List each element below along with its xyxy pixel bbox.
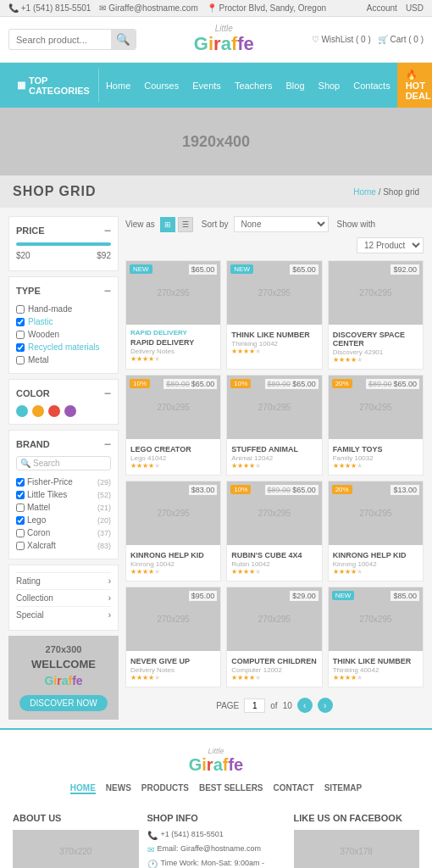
product-card: 270x295 NEW $85.00 THINK LIKE NUMBER Thi… — [328, 587, 424, 687]
product-price: $89.00$65.00 — [265, 485, 318, 495]
product-name: THINK LIKE NUMBER — [231, 331, 317, 339]
footer-nav-sitemap[interactable]: SITEMAP — [324, 783, 362, 794]
type-plastic-check[interactable] — [16, 318, 25, 326]
top-categories-button[interactable]: ▦ TOP CATEGORIES — [8, 69, 99, 103]
product-card: 270x295 NEW $65.00 RAPID DELIVERY RAPID … — [125, 260, 221, 370]
product-price: $29.00 — [290, 591, 318, 601]
brand-little-tikes-check[interactable] — [16, 491, 25, 499]
breadcrumb: Home / Shop grid — [353, 187, 419, 197]
product-price: $89.00$65.00 — [163, 379, 217, 389]
price-toggle[interactable]: − — [104, 224, 111, 237]
footer-nav-products[interactable]: PRODUCTS — [141, 783, 189, 794]
product-badge: NEW — [130, 264, 152, 274]
special-filter[interactable]: Special› — [16, 606, 111, 623]
collection-filter[interactable]: Collection› — [16, 589, 111, 606]
brand-fisher: Fisher-Price (29) — [16, 476, 111, 488]
view-label: View as — [125, 220, 155, 229]
product-info: LEGO CREATOR Lego 41042 ★★★★★ — [126, 439, 220, 475]
page-input[interactable] — [244, 698, 265, 713]
breadcrumb-home[interactable]: Home — [353, 187, 376, 197]
cart-link[interactable]: 🛒 Cart ( 0 ) — [378, 35, 424, 44]
product-image: 270x295 10% $89.00$65.00 — [227, 376, 321, 439]
product-stars: ★★★★★ — [130, 674, 216, 682]
footer-nav: HOME NEWS PRODUCTS BEST SELLERS CONTACT … — [13, 783, 419, 794]
logo-giraffe: Giraffe — [194, 33, 254, 55]
main-content: PRICE − $20 $92 TYPE − Hand-made Plastic… — [0, 208, 432, 728]
footer-nav-contact[interactable]: CONTACT — [274, 783, 314, 794]
next-page-button[interactable]: › — [318, 698, 333, 713]
brand-search[interactable]: 🔍 Search — [16, 456, 111, 470]
product-stars: ★★★★★ — [130, 568, 216, 576]
currency-select[interactable]: USD — [406, 3, 424, 13]
product-image: 270x295 10% $89.00$65.00 — [227, 481, 321, 545]
price-range: $20 $92 — [16, 251, 111, 260]
sort-select[interactable]: None Price: Low to High Price: High to L… — [234, 216, 329, 232]
color-purple[interactable] — [64, 405, 76, 417]
product-card: 270x295 10% $89.00$65.00 STUFFED ANIMAL … — [226, 375, 322, 476]
nav-shop[interactable]: Shop — [312, 74, 347, 97]
type-wooden-check[interactable] — [16, 331, 25, 339]
hot-deal-button[interactable]: 🔥 HOT DEAL — [397, 63, 432, 108]
nav-blog[interactable]: Blog — [280, 74, 312, 97]
shop-phone: 📞 +1 (541) 815-5501 — [147, 830, 285, 840]
brand-lego-check[interactable] — [16, 516, 25, 525]
product-image: 270x295 $29.00 — [227, 587, 321, 651]
type-metal-check[interactable] — [16, 356, 25, 364]
prev-page-button[interactable]: ‹ — [297, 698, 313, 713]
product-info: FAMILY TOYS Family 10032 ★★★★★ — [329, 439, 423, 475]
footer-nav-news[interactable]: NEWS — [106, 783, 131, 794]
color-toggle[interactable]: − — [104, 387, 111, 400]
footer-nav-bestsellers[interactable]: BEST SELLERS — [199, 783, 263, 794]
product-card: 270x295 $83.00 KINRONG HELP KID Kinrong … — [125, 481, 221, 581]
email-icon: ✉ — [147, 845, 154, 854]
price-slider[interactable] — [16, 242, 111, 246]
nav-contacts[interactable]: Contacts — [346, 74, 396, 97]
discover-button[interactable]: DISCOVER NOW — [19, 695, 107, 711]
show-label: Show with — [337, 220, 376, 229]
page-label: PAGE — [216, 701, 239, 710]
account-link[interactable]: Account — [367, 3, 397, 13]
type-toggle[interactable]: − — [104, 284, 111, 298]
brand-coron-check[interactable] — [16, 529, 25, 537]
product-grid: 270x295 NEW $65.00 RAPID DELIVERY RAPID … — [125, 260, 424, 687]
nav-courses[interactable]: Courses — [137, 74, 186, 97]
color-orange[interactable] — [32, 405, 44, 417]
view-icons: ⊞ ☰ — [160, 217, 193, 232]
search-button[interactable]: 🔍 — [111, 30, 136, 49]
product-image: 270x295 NEW $65.00 — [126, 261, 220, 325]
grid-icon: ▦ — [17, 80, 25, 91]
list-view-icon[interactable]: ☰ — [178, 217, 193, 232]
product-image: 270x295 20% $89.00$65.00 — [329, 376, 423, 439]
header-cart: ♡ WishList ( 0 ) 🛒 Cart ( 0 ) — [312, 35, 424, 44]
product-name: RUBIN'S CUBE 4X4 — [231, 551, 317, 559]
footer-nav-home[interactable]: HOME — [70, 783, 96, 794]
nav-home[interactable]: Home — [99, 74, 137, 97]
wishlist-link[interactable]: ♡ WishList ( 0 ) — [312, 35, 371, 44]
brand-toggle[interactable]: − — [104, 437, 111, 451]
color-red[interactable] — [48, 405, 60, 417]
breadcrumb-current: Shop grid — [383, 187, 419, 197]
product-card: 270x295 10% $89.00$65.00 LEGO CREATOR Le… — [125, 375, 221, 476]
color-dots — [16, 405, 111, 417]
brand-fisher-check[interactable] — [16, 478, 25, 487]
brand-mattel-check[interactable] — [16, 504, 25, 512]
nav-events[interactable]: Events — [186, 74, 228, 97]
color-teal[interactable] — [16, 405, 28, 417]
product-info: KINRONG HELP KID Kinrong 10042 ★★★★★ — [329, 545, 423, 581]
other-filters: Rating› Collection› Special› — [8, 565, 119, 631]
sidebar-banner-size: 270x300 — [17, 644, 110, 654]
product-name: COMPUTER CHILDREN — [231, 657, 317, 665]
type-recycled-check[interactable] — [16, 343, 25, 352]
product-name: LEGO CREATOR — [130, 445, 216, 453]
brand-filter-title: BRAND − — [16, 437, 111, 451]
nav-teachers[interactable]: Teachers — [228, 74, 280, 97]
search-input[interactable] — [9, 31, 111, 48]
product-info: RUBIN'S CUBE 4X4 Rubin 10042 ★★★★★ — [227, 545, 321, 581]
type-handmade-check[interactable] — [16, 305, 25, 314]
brand-xalcraft-check[interactable] — [16, 542, 25, 550]
show-select[interactable]: 12 Product 24 Product 48 Product — [357, 237, 424, 253]
header: 🔍 Little Giraffe ♡ WishList ( 0 ) 🛒 Cart… — [0, 17, 432, 63]
product-sub: Kinrong 10042 — [333, 560, 418, 568]
grid-view-icon[interactable]: ⊞ — [160, 217, 175, 232]
rating-filter[interactable]: Rating› — [16, 572, 111, 589]
